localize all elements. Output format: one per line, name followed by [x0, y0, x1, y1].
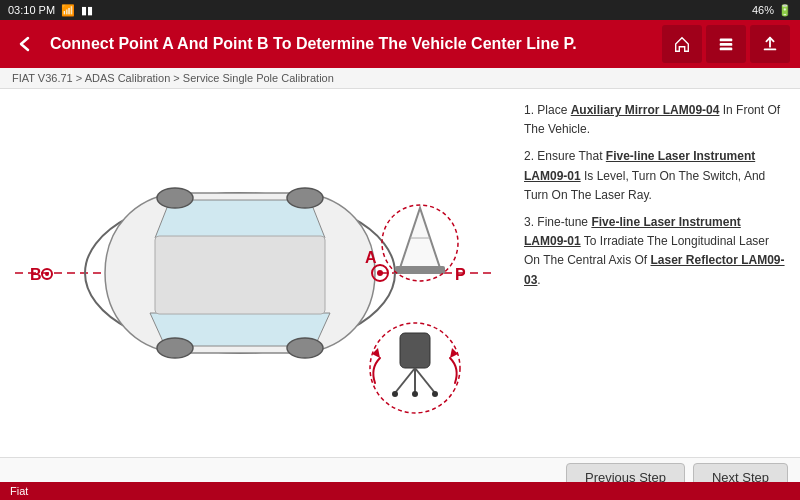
svg-rect-15: [395, 266, 445, 274]
battery-display: 46%: [752, 4, 774, 16]
label-a: A: [365, 249, 377, 266]
step-1: 1. Place Auxiliary Mirror LAM09-04 In Fr…: [524, 101, 786, 139]
time-display: 03:10 PM: [8, 4, 55, 16]
svg-rect-1: [720, 43, 733, 46]
back-arrow-icon: [15, 34, 35, 54]
svg-rect-6: [155, 236, 325, 314]
svg-marker-27: [450, 348, 458, 358]
step1-highlight: Auxiliary Mirror LAM09-04: [571, 103, 720, 117]
step1-prefix: 1. Place: [524, 103, 571, 117]
export-button[interactable]: [750, 25, 790, 63]
svg-point-24: [432, 391, 438, 397]
export-icon: [761, 35, 779, 53]
svg-rect-0: [720, 39, 733, 42]
svg-rect-3: [764, 49, 777, 51]
bottom-bar: Fiat: [0, 482, 800, 500]
breadcrumb: FIAT V36.71 > ADAS Calibration > Service…: [0, 68, 800, 89]
instructions-area: 1. Place Auxiliary Mirror LAM09-04 In Fr…: [510, 89, 800, 457]
svg-point-7: [157, 188, 193, 208]
step-2: 2. Ensure That Five-line Laser Instrumen…: [524, 147, 786, 205]
svg-point-14: [45, 272, 49, 276]
svg-point-23: [412, 391, 418, 397]
svg-line-21: [415, 368, 435, 393]
back-button[interactable]: [10, 29, 40, 59]
status-left: 03:10 PM 📶 ▮▮: [8, 4, 93, 17]
step3-prefix: 3. Fine-tune: [524, 215, 591, 229]
step-3: 3. Fine-tune Five-line Laser Instrument …: [524, 213, 786, 290]
battery-icon: 🔋: [778, 4, 792, 17]
home-icon: [673, 35, 691, 53]
tool-button[interactable]: [706, 25, 746, 63]
status-right: 46% 🔋: [752, 4, 792, 17]
svg-line-19: [395, 368, 415, 393]
header: Connect Point A And Point B To Determine…: [0, 20, 800, 68]
home-button[interactable]: [662, 25, 702, 63]
svg-rect-18: [400, 333, 430, 368]
wifi-icon: 📶: [61, 4, 75, 17]
header-icons: [662, 25, 790, 63]
svg-point-22: [392, 391, 398, 397]
label-p: P: [455, 266, 466, 283]
step3-suffix2: .: [537, 273, 540, 287]
svg-rect-2: [720, 48, 733, 51]
car-diagram-svg: A B P: [5, 118, 505, 428]
svg-point-12: [377, 270, 383, 276]
diagram-area: A B P: [0, 89, 510, 457]
bottom-bar-text: Fiat: [10, 485, 28, 497]
svg-point-9: [157, 338, 193, 358]
status-bar: 03:10 PM 📶 ▮▮ 46% 🔋: [0, 0, 800, 20]
svg-point-8: [287, 188, 323, 208]
svg-point-10: [287, 338, 323, 358]
page-title: Connect Point A And Point B To Determine…: [50, 35, 652, 53]
tool-icon: [717, 35, 735, 53]
label-b: B: [30, 266, 42, 283]
step2-prefix: 2. Ensure That: [524, 149, 606, 163]
main-content: A B P: [0, 89, 800, 457]
svg-marker-26: [372, 348, 380, 358]
breadcrumb-text: FIAT V36.71 > ADAS Calibration > Service…: [12, 72, 334, 84]
signal-icon: ▮▮: [81, 4, 93, 17]
